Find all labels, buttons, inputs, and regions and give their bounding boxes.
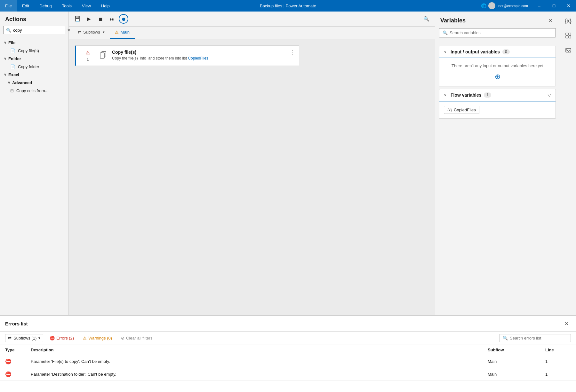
user-info: 🌐 user@example.com bbox=[477, 2, 532, 9]
tree-subgroup-advanced[interactable]: ∨ Advanced bbox=[0, 79, 68, 87]
title-bar-menu: File Edit Debug Tools View Help bbox=[0, 0, 115, 12]
filter-icon[interactable]: ▽ bbox=[548, 92, 551, 98]
error-description-2: Parameter 'Destination folder': Can't be… bbox=[31, 372, 488, 377]
step-button[interactable]: ⏭ bbox=[107, 14, 117, 24]
subflows-filter-button[interactable]: ⇄ Subflows (1) ▾ bbox=[5, 334, 43, 342]
subflows-icon: ⇄ bbox=[78, 30, 81, 35]
flow-search-button[interactable]: 🔍 bbox=[421, 14, 431, 24]
warnings-label: Warnings (0) bbox=[88, 336, 112, 340]
subflows-filter-label: Subflows (1) bbox=[13, 336, 36, 340]
error-description-1: Parameter 'File(s) to copy': Can't be em… bbox=[31, 359, 488, 364]
tree-group-file-label: File bbox=[8, 40, 15, 45]
input-output-section: ∨ Input / output variables 0 There aren'… bbox=[439, 46, 556, 86]
action-menu-button[interactable]: ⋮ bbox=[288, 48, 296, 57]
stop-button[interactable]: ⏹ bbox=[96, 14, 105, 24]
maximize-button[interactable]: □ bbox=[547, 0, 561, 12]
variables-toggle-button[interactable]: {x} bbox=[562, 15, 574, 27]
variables-header: Variables ✕ bbox=[435, 12, 560, 28]
search-icon: 🔍 bbox=[503, 336, 508, 340]
tree-group-excel[interactable]: ∨ Excel bbox=[0, 71, 68, 79]
menu-view[interactable]: View bbox=[77, 0, 96, 12]
variables-close-button[interactable]: ✕ bbox=[546, 16, 555, 25]
tab-main[interactable]: ⚠ Main bbox=[110, 27, 135, 39]
actions-title: Actions bbox=[0, 12, 68, 26]
menu-help[interactable]: Help bbox=[96, 0, 115, 12]
tab-subflows[interactable]: ⇄ Subflows ▾ bbox=[73, 27, 110, 39]
errors-label: Errors (2) bbox=[56, 336, 74, 340]
minimize-button[interactable]: – bbox=[532, 0, 547, 12]
errors-table-header: Type Description Subflow Line bbox=[0, 345, 576, 355]
ui-elements-button[interactable] bbox=[562, 29, 574, 42]
app-body: Actions 🔍 ✕ ∨ File 📄 Copy file(s) ∨ Fold… bbox=[0, 12, 576, 315]
action-variable-link[interactable]: CopiedFiles bbox=[188, 56, 208, 60]
variables-panel: Variables ✕ 🔍 ∨ Input / output variables… bbox=[435, 12, 560, 315]
error-subflow-2: Main bbox=[488, 372, 545, 377]
variables-search-icon: 🔍 bbox=[443, 30, 448, 35]
chevron-down-icon: ∨ bbox=[4, 41, 6, 45]
input-output-count: 0 bbox=[502, 49, 510, 54]
flow-variables-header[interactable]: ∨ Flow variables 1 ▽ bbox=[439, 89, 556, 101]
tree-group-folder[interactable]: ∨ Folder bbox=[0, 55, 68, 63]
error-icon: ⛔ bbox=[5, 358, 31, 364]
warning-icon: ⚠ bbox=[83, 336, 87, 340]
clear-filters-button[interactable]: ⊘ Clear all filters bbox=[118, 334, 155, 342]
col-description: Description bbox=[31, 348, 488, 352]
errors-badge[interactable]: ⛔ Errors (2) bbox=[47, 334, 76, 342]
menu-tools[interactable]: Tools bbox=[57, 0, 77, 12]
errors-close-button[interactable]: ✕ bbox=[562, 319, 571, 328]
menu-file[interactable]: File bbox=[0, 0, 17, 12]
save-button[interactable]: 💾 bbox=[73, 14, 82, 24]
col-subflow: Subflow bbox=[488, 348, 545, 352]
chevron-down-icon: ∨ bbox=[8, 81, 10, 85]
subflows-dropdown-icon: ▾ bbox=[38, 336, 40, 340]
action-details: Copy file(s) Copy the file(s) into and s… bbox=[112, 50, 294, 60]
svg-rect-3 bbox=[569, 33, 571, 35]
errors-header: Errors list ✕ bbox=[0, 316, 576, 332]
main-warning-icon: ⚠ bbox=[115, 30, 119, 35]
close-button[interactable]: ✕ bbox=[561, 0, 576, 12]
run-button[interactable]: ▶ bbox=[84, 14, 94, 24]
subflows-icon: ⇄ bbox=[8, 336, 12, 340]
col-line: Line bbox=[545, 348, 571, 352]
svg-rect-2 bbox=[566, 33, 568, 35]
chevron-down-icon: ∨ bbox=[444, 93, 447, 97]
error-row-1[interactable]: ⛔ Parameter 'File(s) to copy': Can't be … bbox=[0, 355, 576, 368]
input-output-title-area: ∨ Input / output variables 0 bbox=[444, 49, 510, 54]
tree-item-copy-folder-label: Copy folder bbox=[18, 64, 39, 69]
variables-search-input[interactable] bbox=[450, 30, 552, 35]
images-button[interactable] bbox=[562, 44, 574, 56]
actions-panel: Actions 🔍 ✕ ∨ File 📄 Copy file(s) ∨ Fold… bbox=[0, 12, 69, 315]
errors-table: Type Description Subflow Line ⛔ Paramete… bbox=[0, 345, 576, 392]
flow-editor: 💾 ▶ ⏹ ⏭ ⏺ 🔍 ⇄ Subflows ▾ ⚠ Main ⚠ 1 bbox=[69, 12, 435, 315]
subflows-dropdown-icon[interactable]: ▾ bbox=[103, 30, 105, 34]
menu-edit[interactable]: Edit bbox=[17, 0, 34, 12]
tree-item-copy-files[interactable]: 📄 Copy file(s) bbox=[0, 47, 68, 55]
title-bar: File Edit Debug Tools View Help Backup f… bbox=[0, 0, 576, 12]
input-output-header[interactable]: ∨ Input / output variables 0 bbox=[439, 46, 556, 58]
menu-debug[interactable]: Debug bbox=[34, 0, 57, 12]
variable-chip-copiedfiles[interactable]: {x} CopiedFiles bbox=[444, 106, 479, 114]
error-icon: ⛔ bbox=[50, 336, 55, 340]
add-icon: ⊕ bbox=[495, 73, 500, 81]
tree-group-excel-label: Excel bbox=[8, 72, 19, 77]
warnings-badge[interactable]: ⚠ Warnings (0) bbox=[80, 334, 115, 342]
error-row-2[interactable]: ⛔ Parameter 'Destination folder': Can't … bbox=[0, 368, 576, 381]
tree-item-copy-folder[interactable]: 📄 Copy folder bbox=[0, 63, 68, 71]
action-copy-icon bbox=[98, 50, 108, 60]
record-button[interactable]: ⏺ bbox=[119, 14, 128, 24]
clear-search-button[interactable]: ✕ bbox=[67, 28, 71, 33]
file-icon: 📄 bbox=[10, 48, 15, 53]
clear-filters-label: Clear all filters bbox=[126, 336, 152, 340]
tree-item-copy-cells-label: Copy cells from... bbox=[16, 88, 48, 93]
tree-item-copy-cells[interactable]: ⊞ Copy cells from... bbox=[0, 87, 68, 95]
chevron-down-icon: ∨ bbox=[444, 50, 447, 54]
flow-tabs: ⇄ Subflows ▾ ⚠ Main bbox=[69, 27, 435, 39]
action-card-copy-files[interactable]: ⚠ 1 Copy file(s) Copy the file(s) into a… bbox=[75, 45, 299, 66]
errors-search-input[interactable] bbox=[510, 336, 567, 340]
tree-item-copy-files-label: Copy file(s) bbox=[18, 48, 39, 53]
actions-search-input[interactable] bbox=[13, 28, 67, 33]
flow-variables-body: {x} CopiedFiles bbox=[439, 101, 556, 118]
flow-toolbar: 💾 ▶ ⏹ ⏭ ⏺ 🔍 bbox=[69, 12, 435, 27]
tree-group-file[interactable]: ∨ File bbox=[0, 39, 68, 47]
add-variable-button[interactable]: ⊕ bbox=[444, 73, 550, 81]
